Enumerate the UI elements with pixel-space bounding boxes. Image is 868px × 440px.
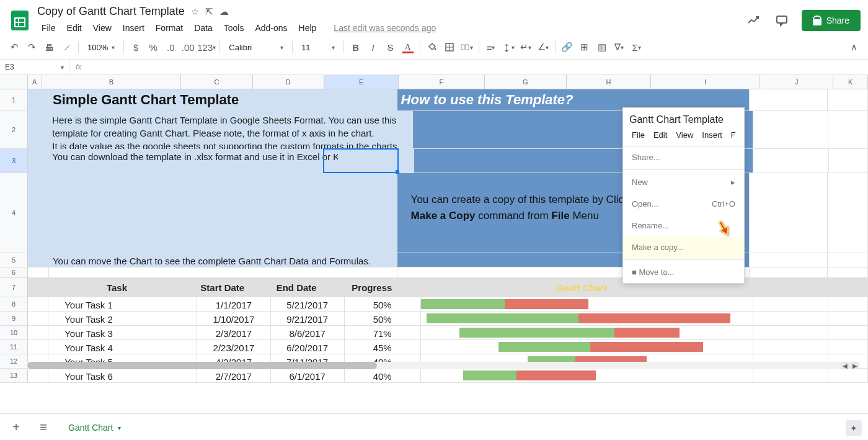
col-header-h[interactable]: H [567, 75, 651, 89]
functions-button[interactable]: Σ▾ [629, 38, 645, 56]
menu-edit[interactable]: Edit [63, 20, 86, 35]
rotate-button[interactable]: ∠▾ [535, 38, 551, 56]
zoom-selector[interactable]: 100%▾ [82, 38, 120, 56]
document-title[interactable]: Copy of Gantt Chart Template [37, 5, 185, 18]
popup-item[interactable]: New▸ [623, 171, 744, 193]
menu-addons[interactable]: Add-ons [250, 20, 291, 35]
task-progress: 40% [345, 369, 421, 382]
row-header[interactable]: 2 [0, 111, 28, 148]
link-button[interactable]: 🔗 [559, 38, 575, 56]
share-button[interactable]: Share [802, 10, 861, 31]
menu-file[interactable]: File [37, 20, 60, 35]
sheets-logo[interactable] [7, 8, 32, 33]
bold-button[interactable]: B [348, 38, 364, 56]
menu-format[interactable]: Format [151, 20, 187, 35]
strikethrough-button[interactable]: S [383, 38, 399, 56]
popup-menu-item[interactable]: Edit [650, 128, 671, 142]
valign-button[interactable]: ⭥▾ [500, 38, 516, 56]
halign-button[interactable]: ≡▾ [483, 38, 499, 56]
col-header-i[interactable]: I [651, 75, 760, 89]
task-start: 1/10/2017 [197, 312, 271, 325]
popup-menu-item[interactable]: Insert [698, 128, 726, 142]
italic-button[interactable]: I [365, 38, 381, 56]
share-label: Share [826, 16, 849, 25]
row-header[interactable]: 10 [0, 326, 28, 339]
row-header[interactable]: 5 [0, 253, 28, 267]
col-header-g[interactable]: G [485, 75, 567, 89]
paint-format-button[interactable]: ⟋ [58, 38, 74, 56]
increase-decimal-button[interactable]: .00 [180, 38, 196, 56]
comments-icon[interactable] [773, 12, 790, 29]
scroll-thumb[interactable] [27, 362, 377, 369]
font-selector[interactable]: Calibri▾ [224, 38, 288, 56]
scroll-right-icon[interactable]: ▶ [851, 362, 859, 369]
comment-button[interactable]: ⊞ [577, 38, 593, 56]
row-header[interactable]: 9 [0, 312, 28, 325]
percent-button[interactable]: % [145, 38, 161, 56]
col-header-a[interactable]: A [28, 75, 42, 89]
row-header[interactable]: 11 [0, 340, 28, 354]
task-progress: 45% [345, 340, 421, 354]
gantt-bar [421, 326, 753, 339]
font-size-selector[interactable]: 11▾ [296, 38, 339, 56]
filter-button[interactable]: ∇▾ [611, 38, 627, 56]
task-name: Your Task 6 [48, 369, 197, 382]
currency-button[interactable]: $ [128, 38, 144, 56]
popup-item[interactable]: ■ Move to... [623, 261, 744, 283]
move-folder-icon[interactable]: ⇱ [205, 6, 213, 17]
col-header-d[interactable]: D [253, 75, 324, 89]
font-size-value: 11 [301, 43, 310, 52]
undo-button[interactable]: ↶ [6, 38, 22, 56]
row-header[interactable]: 1 [0, 89, 28, 110]
menu-view[interactable]: View [89, 20, 116, 35]
popup-item[interactable]: Make a copy... [623, 236, 744, 258]
horizontal-scrollbar[interactable]: ◀▶ [27, 362, 859, 369]
popup-menu-item[interactable]: F [727, 128, 740, 142]
borders-button[interactable] [441, 38, 458, 56]
name-box[interactable]: E3▾ [0, 60, 69, 74]
row-header[interactable]: 13 [0, 369, 28, 382]
menu-help[interactable]: Help [294, 20, 321, 35]
menu-tools[interactable]: Tools [219, 20, 249, 35]
more-formats-button[interactable]: 123▾ [197, 38, 216, 56]
last-edit-link[interactable]: Last edit was seconds ago [329, 20, 440, 35]
col-header-b[interactable]: B [42, 75, 182, 89]
row-header[interactable]: 12 [0, 354, 28, 368]
popup-item[interactable]: Share... [623, 146, 744, 168]
popup-menu-item[interactable]: View [672, 128, 697, 142]
text-color-button[interactable]: A [400, 38, 416, 56]
row-header[interactable]: 7 [0, 278, 28, 297]
col-header-c[interactable]: C [181, 75, 252, 89]
menu-data[interactable]: Data [190, 20, 217, 35]
col-header-f[interactable]: F [399, 75, 484, 89]
collapse-toolbar-button[interactable]: ∧ [846, 38, 862, 56]
wrap-button[interactable]: ↵▾ [518, 38, 534, 56]
task-end: 5/21/2017 [271, 297, 345, 311]
popup-item[interactable]: Open...Ctrl+O [623, 193, 744, 215]
menu-insert[interactable]: Insert [118, 20, 149, 35]
task-end: 6/1/2017 [271, 369, 345, 382]
decrease-decimal-button[interactable]: .0 [162, 38, 179, 56]
col-header-k[interactable]: K [833, 75, 868, 89]
spreadsheet-grid[interactable]: A B C D E F G H I J K 1Simple Gantt Char… [0, 75, 868, 398]
popup-menu-item[interactable]: File [628, 128, 649, 142]
redo-button[interactable]: ↷ [24, 38, 40, 56]
merge-button[interactable]: ▾ [459, 38, 475, 56]
star-icon[interactable]: ☆ [191, 6, 199, 17]
row-header[interactable]: 6 [0, 267, 28, 277]
formula-bar: E3▾ fx [0, 60, 868, 75]
select-all-corner[interactable] [0, 75, 28, 89]
fill-color-button[interactable] [424, 38, 440, 56]
trend-icon[interactable] [745, 12, 762, 29]
th-progress: Progress [334, 278, 410, 297]
title-cell: Simple Gantt Chart Template [49, 89, 397, 110]
row-header[interactable]: 3 [0, 149, 28, 173]
task-name: Your Task 3 [48, 326, 197, 339]
col-header-j[interactable]: J [760, 75, 833, 89]
scroll-left-icon[interactable]: ◀ [841, 362, 849, 369]
print-button[interactable]: 🖶 [41, 38, 57, 56]
row-header[interactable]: 8 [0, 297, 28, 311]
col-header-e[interactable]: E [324, 75, 399, 89]
row-header[interactable]: 4 [0, 173, 28, 253]
chart-button[interactable]: ▥ [594, 38, 610, 56]
